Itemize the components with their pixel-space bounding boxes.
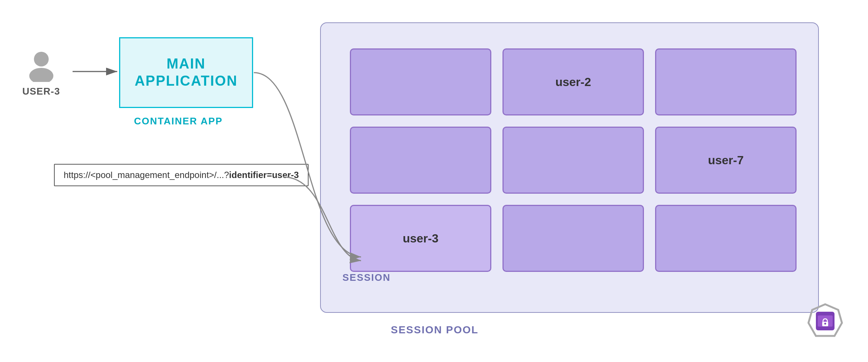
session-item-9 — [655, 205, 797, 272]
azure-icon — [805, 302, 846, 340]
session-item-1 — [350, 48, 491, 115]
url-prefix: https://<pool_management_endpoint>/...? — [64, 170, 229, 180]
session-item-2: user-2 — [502, 48, 644, 115]
user-figure: USER-3 — [22, 48, 60, 97]
session-item-4 — [350, 127, 491, 194]
diagram-container: USER-3 MAINAPPLICATION CONTAINER APP htt… — [0, 0, 868, 362]
svg-point-1 — [29, 68, 53, 82]
user-label: USER-3 — [22, 86, 60, 97]
svg-point-0 — [34, 52, 49, 67]
session-item-8 — [502, 205, 644, 272]
session-grid: user-2 user-7 user-3 — [335, 34, 811, 287]
main-app-box: MAINAPPLICATION — [119, 37, 253, 108]
url-bold: identifier=user-3 — [229, 170, 299, 180]
session-pool-label: SESSION POOL — [391, 324, 479, 336]
svg-point-8 — [824, 323, 826, 325]
session-label: SESSION — [342, 272, 391, 283]
container-app-label: CONTAINER APP — [134, 115, 223, 127]
url-box: https://<pool_management_endpoint>/...?i… — [54, 164, 309, 186]
user-icon — [25, 48, 58, 82]
session-item-user3: user-3 — [350, 205, 491, 272]
session-item-3 — [655, 48, 797, 115]
session-item-5 — [502, 127, 644, 194]
session-item-6: user-7 — [655, 127, 797, 194]
main-app-label: MAINAPPLICATION — [135, 55, 238, 89]
